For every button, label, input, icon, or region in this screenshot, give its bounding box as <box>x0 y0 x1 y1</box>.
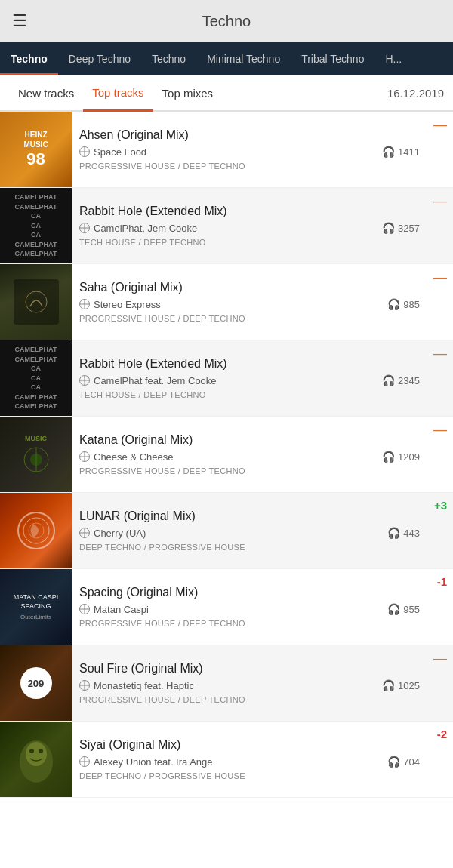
lunar-art-icon <box>22 516 51 545</box>
track-artist-row: CamelPhat, Jem Cooke 🎧 3257 <box>79 222 420 234</box>
headphone-icon: 🎧 <box>387 298 400 310</box>
globe-icon <box>79 680 90 691</box>
svg-point-9 <box>39 749 43 753</box>
rank-change: -2 <box>426 722 453 797</box>
track-thumbnail: MATAN CASPISPACING OuterLimits <box>0 569 72 645</box>
headphone-icon: 🎧 <box>387 756 400 768</box>
headphone-icon: 🎧 <box>382 374 395 386</box>
track-genre: PROGRESSIVE HOUSE / DEEP TECHNO <box>79 619 420 628</box>
track-artist-row: Cheese & Cheese 🎧 1209 <box>79 451 420 463</box>
globe-icon <box>79 451 90 462</box>
track-thumbnail: MUSIC <box>0 417 72 492</box>
track-genre: DEEP TECHNO / PROGRESSIVE HOUSE <box>79 771 420 780</box>
genre-tab-minimal-techno[interactable]: Minimal Techno <box>196 42 291 75</box>
tab-top-mixes[interactable]: Top mixes <box>153 76 223 110</box>
headphone-icon: 🎧 <box>382 679 395 691</box>
track-genre: DEEP TECHNO / PROGRESSIVE HOUSE <box>79 543 420 552</box>
track-genre: TECH HOUSE / DEEP TECHNO <box>79 390 420 399</box>
track-artist-row: Alexey Union feat. Ira Ange 🎧 704 <box>79 756 420 768</box>
globe-icon <box>79 375 90 386</box>
play-count: 🎧 3257 <box>382 222 420 234</box>
track-info: Siyai (Original Mix) Alexey Union feat. … <box>72 722 426 797</box>
track-genre: TECH HOUSE / DEEP TECHNO <box>79 238 420 247</box>
headphone-icon: 🎧 <box>387 603 400 615</box>
headphone-icon: 🎧 <box>382 451 395 463</box>
play-count: 🎧 2345 <box>382 374 420 386</box>
play-count: 🎧 1209 <box>382 451 420 463</box>
menu-icon[interactable]: ☰ <box>12 13 27 29</box>
track-thumbnail: CAMELPHATCAMELPHATCACACACAMELPHATCAMELPH… <box>0 340 72 416</box>
track-title: Rabbit Hole (Extended Mix) <box>79 357 420 371</box>
track-thumbnail: HEINZMUSIC 98 <box>0 112 72 187</box>
track-title: Siyai (Original Mix) <box>79 738 420 752</box>
track-artist-row: Stereo Express 🎧 985 <box>79 298 420 310</box>
track-genre: PROGRESSIVE HOUSE / DEEP TECHNO <box>79 466 420 476</box>
genre-tab-tribal-techno[interactable]: Tribal Techno <box>291 42 374 75</box>
track-item[interactable]: LUNAR (Original Mix) Cherry (UA) 🎧 443 D… <box>0 493 453 569</box>
svg-point-8 <box>29 749 34 753</box>
play-count: 🎧 1025 <box>382 679 420 691</box>
track-artist: Space Food <box>94 146 382 158</box>
globe-icon <box>79 604 90 614</box>
date-label: 16.12.2019 <box>387 87 444 100</box>
track-artist-row: Matan Caspi 🎧 955 <box>79 603 420 615</box>
track-item[interactable]: HEINZMUSIC 98 Ahsen (Original Mix) Space… <box>0 112 453 188</box>
genre-tab-h[interactable]: H... <box>374 42 412 75</box>
track-artist: Monastetiq feat. Haptic <box>94 680 382 691</box>
track-thumbnail <box>0 264 72 340</box>
track-thumbnail <box>0 493 72 568</box>
rank-change: -1 <box>426 569 453 645</box>
track-artist-row: Cherry (UA) 🎧 443 <box>79 527 420 539</box>
track-item[interactable]: CAMELPHATCAMELPHATCACACACAMELPHATCAMELPH… <box>0 188 453 264</box>
svg-point-7 <box>26 742 47 766</box>
globe-icon <box>79 756 90 767</box>
tab-new-tracks[interactable]: New tracks <box>9 76 83 110</box>
track-item[interactable]: MATAN CASPISPACING OuterLimits Spacing (… <box>0 569 453 645</box>
genre-tab-techno[interactable]: Techno <box>0 42 58 75</box>
track-artist: Stereo Express <box>94 299 387 310</box>
track-title: Saha (Original Mix) <box>79 281 420 294</box>
track-info: Ahsen (Original Mix) Space Food 🎧 1411 P… <box>72 112 426 187</box>
track-item[interactable]: Siyai (Original Mix) Alexey Union feat. … <box>0 722 453 798</box>
track-info: Soul Fire (Original Mix) Monastetiq feat… <box>72 645 426 721</box>
play-count: 🎧 1411 <box>382 146 420 158</box>
track-item[interactable]: 209 Soul Fire (Original Mix) Monastetiq … <box>0 645 453 722</box>
rank-change: ― <box>426 645 453 721</box>
track-artist: Cheese & Cheese <box>94 451 382 463</box>
track-title: Ahsen (Original Mix) <box>79 128 420 142</box>
track-item[interactable]: Saha (Original Mix) Stereo Express 🎧 985… <box>0 264 453 340</box>
track-genre: PROGRESSIVE HOUSE / DEEP TECHNO <box>79 314 420 323</box>
track-artist-row: CamelPhat feat. Jem Cooke 🎧 2345 <box>79 374 420 386</box>
header-title: Techno <box>202 13 251 30</box>
track-thumbnail: 209 <box>0 645 72 721</box>
track-artist: Alexey Union feat. Ira Ange <box>94 756 387 768</box>
globe-icon <box>79 146 90 157</box>
track-info: LUNAR (Original Mix) Cherry (UA) 🎧 443 D… <box>72 493 426 568</box>
rank-change: ― <box>426 417 453 492</box>
track-title: Rabbit Hole (Extended Mix) <box>79 205 420 218</box>
play-count: 🎧 704 <box>387 756 420 768</box>
track-title: Soul Fire (Original Mix) <box>79 662 420 676</box>
genre-tab-techno2[interactable]: Techno <box>141 42 196 75</box>
genre-tab-deep-techno[interactable]: Deep Techno <box>58 42 141 75</box>
app-header: ☰ Techno <box>0 0 453 42</box>
track-artist: CamelPhat feat. Jem Cooke <box>94 375 382 386</box>
rank-change: ― <box>426 264 453 340</box>
track-artist: Matan Caspi <box>94 604 387 615</box>
track-thumbnail: CAMELPHATCAMELPHATCACACACAMELPHATCAMELPH… <box>0 188 72 263</box>
play-count: 🎧 955 <box>387 603 420 615</box>
track-list: HEINZMUSIC 98 Ahsen (Original Mix) Space… <box>0 112 453 798</box>
track-artist-row: Space Food 🎧 1411 <box>79 146 420 158</box>
track-item[interactable]: MUSIC Katana (Original Mix) Cheese & Che… <box>0 417 453 493</box>
track-info: Rabbit Hole (Extended Mix) CamelPhat fea… <box>72 340 426 416</box>
track-title: Spacing (Original Mix) <box>79 586 420 599</box>
track-title: Katana (Original Mix) <box>79 433 420 447</box>
tab-top-tracks[interactable]: Top tracks <box>83 75 153 112</box>
track-artist: Cherry (UA) <box>94 528 387 539</box>
track-item[interactable]: CAMELPHATCAMELPHATCACACACAMELPHATCAMELPH… <box>0 340 453 417</box>
play-count: 🎧 985 <box>387 298 420 310</box>
track-thumbnail <box>0 722 72 797</box>
track-info: Rabbit Hole (Extended Mix) CamelPhat, Je… <box>72 188 426 263</box>
globe-icon <box>79 528 90 538</box>
siyai-art-icon <box>14 733 59 786</box>
